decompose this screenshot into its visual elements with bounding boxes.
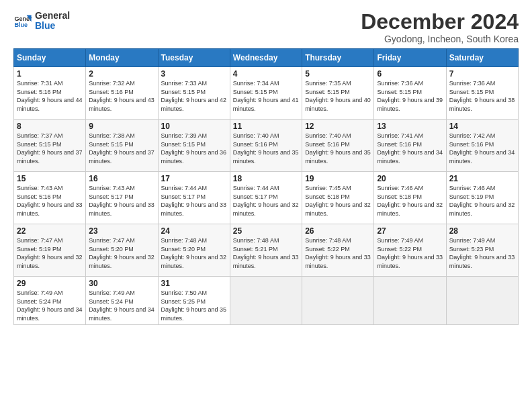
table-row: 1 Sunrise: 7:31 AM Sunset: 5:16 PM Dayli… (14, 67, 86, 120)
day-number: 25 (233, 226, 299, 236)
daylight-label: Daylight: 9 hours and 36 minutes. (161, 149, 227, 165)
table-row (230, 277, 302, 325)
sunset-label: Sunset: 5:24 PM (17, 298, 62, 305)
daylight-label: Daylight: 9 hours and 41 minutes. (233, 97, 299, 112)
day-number: 1 (17, 69, 83, 79)
daylight-label: Daylight: 9 hours and 33 minutes. (89, 201, 154, 217)
daylight-label: Daylight: 9 hours and 43 minutes. (89, 97, 154, 112)
table-row: 9 Sunrise: 7:38 AM Sunset: 5:15 PM Dayli… (86, 120, 158, 172)
sunset-label: Sunset: 5:16 PM (17, 89, 62, 95)
daylight-label: Daylight: 9 hours and 33 minutes. (449, 254, 515, 269)
sunrise-label: Sunrise: 7:35 AM (305, 80, 351, 87)
table-row: 27 Sunrise: 7:49 AM Sunset: 5:22 PM Dayl… (374, 224, 446, 277)
table-row: 15 Sunrise: 7:43 AM Sunset: 5:16 PM Dayl… (14, 172, 86, 224)
table-row: 19 Sunrise: 7:45 AM Sunset: 5:18 PM Dayl… (302, 172, 374, 224)
day-info: Sunrise: 7:32 AM Sunset: 5:16 PM Dayligh… (89, 79, 154, 113)
sunset-label: Sunset: 5:16 PM (305, 141, 350, 148)
table-row: 7 Sunrise: 7:36 AM Sunset: 5:15 PM Dayli… (446, 67, 518, 120)
day-number: 12 (305, 122, 371, 131)
sunset-label: Sunset: 5:17 PM (233, 193, 278, 200)
daylight-label: Daylight: 9 hours and 44 minutes. (17, 97, 83, 112)
day-info: Sunrise: 7:36 AM Sunset: 5:15 PM Dayligh… (449, 79, 515, 113)
daylight-label: Daylight: 9 hours and 35 minutes. (233, 149, 299, 165)
day-info: Sunrise: 7:47 AM Sunset: 5:20 PM Dayligh… (89, 236, 154, 270)
day-info: Sunrise: 7:36 AM Sunset: 5:15 PM Dayligh… (377, 79, 443, 113)
day-info: Sunrise: 7:44 AM Sunset: 5:17 PM Dayligh… (233, 184, 299, 218)
day-number: 3 (161, 69, 227, 79)
table-row: 25 Sunrise: 7:48 AM Sunset: 5:21 PM Dayl… (230, 224, 302, 277)
table-row: 14 Sunrise: 7:42 AM Sunset: 5:16 PM Dayl… (446, 120, 518, 172)
logo: General Blue General Blue (13, 11, 70, 32)
day-number: 16 (89, 174, 154, 183)
table-row: 5 Sunrise: 7:35 AM Sunset: 5:15 PM Dayli… (302, 67, 374, 120)
col-wednesday: Wednesday (230, 49, 302, 67)
day-info: Sunrise: 7:35 AM Sunset: 5:15 PM Dayligh… (305, 79, 371, 113)
table-row: 29 Sunrise: 7:49 AM Sunset: 5:24 PM Dayl… (14, 277, 86, 325)
sunrise-label: Sunrise: 7:32 AM (89, 80, 135, 87)
sunset-label: Sunset: 5:15 PM (233, 89, 278, 95)
sunrise-label: Sunrise: 7:37 AM (17, 132, 63, 139)
day-number: 30 (89, 279, 154, 288)
daylight-label: Daylight: 9 hours and 34 minutes. (449, 149, 515, 165)
day-number: 5 (305, 69, 371, 79)
sunset-label: Sunset: 5:19 PM (449, 193, 494, 200)
daylight-label: Daylight: 9 hours and 37 minutes. (89, 149, 154, 165)
table-row: 16 Sunrise: 7:43 AM Sunset: 5:17 PM Dayl… (86, 172, 158, 224)
daylight-label: Daylight: 9 hours and 33 minutes. (17, 201, 83, 217)
sunset-label: Sunset: 5:17 PM (89, 193, 134, 200)
sunrise-label: Sunrise: 7:49 AM (377, 237, 423, 244)
sunrise-label: Sunrise: 7:41 AM (377, 132, 423, 139)
sunrise-label: Sunrise: 7:38 AM (89, 132, 135, 139)
sunset-label: Sunset: 5:20 PM (89, 246, 134, 253)
day-info: Sunrise: 7:40 AM Sunset: 5:16 PM Dayligh… (305, 132, 371, 165)
sunrise-label: Sunrise: 7:40 AM (233, 132, 279, 139)
day-info: Sunrise: 7:48 AM Sunset: 5:20 PM Dayligh… (161, 236, 227, 270)
day-number: 29 (17, 279, 83, 288)
day-number: 21 (449, 174, 515, 183)
day-number: 28 (449, 226, 515, 236)
sunrise-label: Sunrise: 7:49 AM (449, 237, 496, 244)
daylight-label: Daylight: 9 hours and 32 minutes. (17, 254, 83, 269)
sunset-label: Sunset: 5:24 PM (89, 298, 134, 305)
sunset-label: Sunset: 5:17 PM (161, 193, 206, 200)
day-info: Sunrise: 7:48 AM Sunset: 5:21 PM Dayligh… (233, 236, 299, 270)
sunset-label: Sunset: 5:21 PM (233, 246, 278, 253)
day-number: 24 (161, 226, 227, 236)
logo-icon: General Blue (13, 11, 32, 30)
table-row: 4 Sunrise: 7:34 AM Sunset: 5:15 PM Dayli… (230, 67, 302, 120)
col-tuesday: Tuesday (158, 49, 230, 67)
sunset-label: Sunset: 5:15 PM (89, 141, 134, 148)
daylight-label: Daylight: 9 hours and 33 minutes. (233, 254, 299, 269)
day-info: Sunrise: 7:31 AM Sunset: 5:16 PM Dayligh… (17, 79, 83, 113)
calendar-row: 8 Sunrise: 7:37 AM Sunset: 5:15 PM Dayli… (14, 120, 519, 172)
sunrise-label: Sunrise: 7:48 AM (305, 237, 351, 244)
table-row: 10 Sunrise: 7:39 AM Sunset: 5:15 PM Dayl… (158, 120, 230, 172)
col-saturday: Saturday (446, 49, 518, 67)
sunrise-label: Sunrise: 7:39 AM (161, 132, 208, 139)
sunrise-label: Sunrise: 7:48 AM (161, 237, 208, 244)
daylight-label: Daylight: 9 hours and 42 minutes. (161, 97, 227, 112)
day-info: Sunrise: 7:50 AM Sunset: 5:25 PM Dayligh… (161, 289, 227, 322)
header: General Blue General Blue December 2024 … (13, 11, 519, 44)
sunrise-label: Sunrise: 7:33 AM (161, 80, 208, 87)
daylight-label: Daylight: 9 hours and 32 minutes. (449, 201, 515, 217)
daylight-label: Daylight: 9 hours and 34 minutes. (377, 149, 443, 165)
table-row: 3 Sunrise: 7:33 AM Sunset: 5:15 PM Dayli… (158, 67, 230, 120)
svg-text:Blue: Blue (14, 21, 28, 28)
col-monday: Monday (86, 49, 158, 67)
day-number: 11 (233, 122, 299, 131)
day-number: 10 (161, 122, 227, 131)
daylight-label: Daylight: 9 hours and 32 minutes. (233, 201, 299, 217)
day-info: Sunrise: 7:43 AM Sunset: 5:16 PM Dayligh… (17, 184, 83, 218)
sunrise-label: Sunrise: 7:43 AM (89, 185, 135, 191)
sunset-label: Sunset: 5:15 PM (161, 141, 206, 148)
day-number: 6 (377, 69, 443, 79)
logo-general-text: General (35, 11, 70, 21)
table-row: 2 Sunrise: 7:32 AM Sunset: 5:16 PM Dayli… (86, 67, 158, 120)
day-number: 27 (377, 226, 443, 236)
day-number: 17 (161, 174, 227, 183)
day-number: 22 (17, 226, 83, 236)
sunrise-label: Sunrise: 7:42 AM (449, 132, 496, 139)
daylight-label: Daylight: 9 hours and 33 minutes. (161, 201, 227, 217)
location: Gyodong, Incheon, South Korea (361, 34, 519, 44)
